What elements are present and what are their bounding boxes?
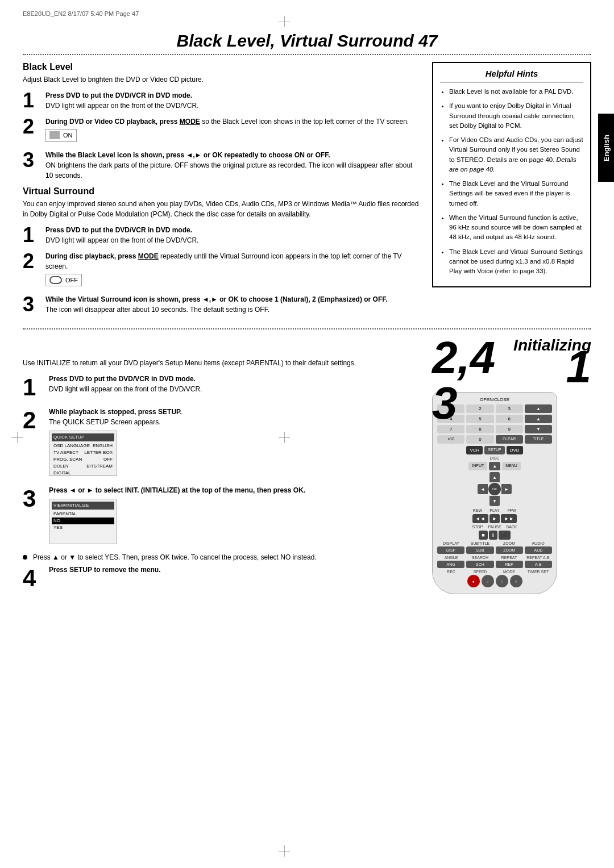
- big-number-24: 2,4: [432, 335, 495, 381]
- main-content: Black Level, Virtual Surround 47 Black L…: [23, 31, 591, 598]
- bl-icon-label: ON: [63, 131, 73, 140]
- init-step-1-bold: Press DVD to put the DVD/VCR in DVD mode…: [49, 374, 423, 384]
- remote-btn-timerset[interactable]: ○: [510, 575, 522, 587]
- helpful-hints-box: Helpful Hints Black Level is not availab…: [432, 62, 591, 287]
- repeat-ab-label: REPEAT A-B: [524, 556, 552, 560]
- vs-step-3: 3 While the Virtual Surround icon is sho…: [23, 294, 421, 315]
- init-step-3-number: 3: [23, 485, 43, 512]
- remote-btn-play[interactable]: ►: [489, 514, 500, 523]
- init-divider: [23, 328, 591, 329]
- remote-label-row2: ANGLE SEARCH REPEAT REPEAT A-B: [437, 556, 552, 560]
- remote-btn-rew[interactable]: ◄◄: [472, 514, 488, 523]
- vs-step-2: 2 During disc playback, press MODE repea…: [23, 251, 421, 289]
- screen-quick-setup: QUICK SETUP OSD LANGUAGEENGLISH TV ASPEC…: [49, 431, 117, 476]
- remote-btn-angle[interactable]: ANG: [437, 561, 464, 568]
- bl-step-3-text: ON brightens the dark parts of the pictu…: [45, 160, 421, 181]
- vs-icon-label: OFF: [65, 276, 78, 285]
- remote-btn-clear[interactable]: CLEAR: [496, 435, 523, 444]
- screen1-row3: PROG. SCANOFF: [52, 456, 114, 463]
- pause-label: PAUSE: [487, 525, 503, 529]
- remote-transport-bottom: ■ II ⬛: [437, 531, 552, 540]
- init-step-1-content: Press DVD to put the DVD/VCR in DVD mode…: [49, 374, 423, 394]
- remote-btn-tracking-down[interactable]: ▼: [525, 425, 552, 433]
- vs-step-2-bold: During disc playback, press MODE repeate…: [45, 251, 421, 272]
- remote-btn-stop[interactable]: ■: [479, 531, 487, 540]
- remote-btn-setup[interactable]: SETUP: [484, 446, 504, 454]
- remote-btn-8[interactable]: 8: [466, 425, 493, 433]
- remote-btn-x10[interactable]: ×10: [437, 435, 464, 444]
- remote-label-row3: REC SPEED MODE TIMER SET: [437, 570, 552, 574]
- remote-btn-0[interactable]: 0: [466, 435, 493, 444]
- remote-dpad-right[interactable]: ►: [501, 484, 512, 494]
- remote-btn-vcr[interactable]: VCR: [466, 446, 483, 454]
- remote-btn-title[interactable]: TITLE: [525, 435, 552, 444]
- remote-btn-speed[interactable]: ○: [482, 575, 494, 587]
- bl-step-3-number: 3: [23, 150, 40, 170]
- vs-heading: Virtual Surround: [23, 186, 421, 197]
- init-step-3-bold: Press ◄ or ► to select INIT. (INITIALIZE…: [49, 485, 423, 495]
- remote-bottom-grid2: ANG SCH REP A-B: [437, 561, 552, 568]
- crosshair-left-mid: [11, 432, 23, 443]
- bl-step-3-content: While the Black Level icon is shown, pre…: [45, 150, 421, 181]
- remote-btn-rec[interactable]: ●: [467, 575, 480, 587]
- remote-bottom-circles: ● ○ ○ ○: [437, 575, 552, 587]
- remote-dpad-left[interactable]: ◄: [478, 484, 488, 494]
- remote-btn-dpad-up[interactable]: ▲: [489, 462, 500, 470]
- init-step-4-bold: Press SETUP to remove the menu.: [49, 565, 423, 575]
- bl-step-2: 2 During DVD or Video CD playback, press…: [23, 116, 421, 144]
- init-step-4: 4 Press SETUP to remove the menu.: [23, 565, 423, 592]
- remote-btn-9[interactable]: 9: [496, 425, 523, 433]
- black-level-desc: Adjust Black Level to brighten the DVD o…: [23, 74, 421, 85]
- remote-dpad-up[interactable]: ▲: [489, 472, 500, 482]
- initializing-section: Initializing Use INITIALIZE to return al…: [23, 328, 591, 598]
- remote-btn-mode[interactable]: ○: [496, 575, 508, 587]
- bl-icon-img: [49, 131, 60, 139]
- vs-step-1: 1 Press DVD to put the DVD/VCR in DVD mo…: [23, 225, 421, 245]
- speed-label: SPEED: [466, 570, 494, 574]
- init-step-1-number: 1: [23, 374, 43, 401]
- remote-btn-repeat[interactable]: REP: [496, 561, 523, 568]
- remote-btn-6[interactable]: 6: [496, 415, 523, 423]
- subtitle-label: SUBTITLE: [466, 541, 494, 545]
- remote-btn-tracking-up[interactable]: ▲: [525, 415, 552, 423]
- remote-btn-dvd[interactable]: DVD: [507, 446, 523, 454]
- remote-btn-zoom[interactable]: ZOOM: [496, 546, 523, 554]
- hint-item-3: For Video CDs and Audio CDs, you can adj…: [449, 135, 583, 174]
- init-step-4-content: Press SETUP to remove the menu.: [49, 565, 423, 575]
- remote-btn-subtitle[interactable]: SUB: [466, 546, 493, 554]
- remote-btn-ffw[interactable]: ►►: [501, 514, 517, 523]
- screen-initialize: VIEW/INITIALIZE PARENTAL NO YES: [49, 499, 117, 544]
- init-left: Use INITIALIZE to return all your DVD pl…: [23, 358, 423, 598]
- zoom-label: ZOOM: [495, 541, 523, 545]
- remote-btn-back[interactable]: ⬛: [499, 531, 511, 540]
- bl-step-3-bold: While the Black Level icon is shown, pre…: [45, 150, 421, 160]
- remote-btn-audio[interactable]: AUD: [525, 546, 552, 554]
- crosshair-bottom: [279, 845, 290, 857]
- helpful-hints-title: Helpful Hints: [440, 69, 583, 82]
- init-step-2-content: While playback is stopped, press SETUP. …: [49, 407, 423, 479]
- remote-btn-display[interactable]: DISP: [437, 546, 464, 554]
- remote-btn-pause[interactable]: II: [489, 531, 497, 540]
- stop-label: STOP: [470, 525, 486, 529]
- bl-step-2-bold: During DVD or Video CD playback, press M…: [45, 116, 421, 127]
- remote-btn-search[interactable]: SCH: [466, 561, 493, 568]
- display-label: DISPLAY: [437, 541, 465, 545]
- remote-btn-ab[interactable]: A-B: [525, 561, 552, 568]
- hint-item-6: The Black Level and Virtual Surround Set…: [449, 247, 583, 277]
- remote-dpad-down[interactable]: ▼: [489, 496, 500, 506]
- vs-step-3-number: 3: [23, 294, 40, 315]
- initializing-title: Initializing: [23, 336, 591, 354]
- remote-vcr-row: VCR SETUP DVD: [437, 446, 552, 454]
- screen1-header: QUICK SETUP: [52, 433, 114, 441]
- remote-disc-label-row: DISC: [437, 456, 552, 460]
- vs-step-1-bold: Press DVD to put the DVD/VCR in DVD mode…: [45, 225, 421, 235]
- remote-btn-open[interactable]: ▲: [525, 404, 552, 413]
- remote-dpad-ok[interactable]: OK: [488, 483, 501, 495]
- remote-btn-3[interactable]: 3: [496, 404, 523, 413]
- play-label: PLAY: [487, 508, 503, 512]
- screen2-row1: PARENTAL: [52, 511, 114, 518]
- screen2-row3: YES: [52, 524, 114, 531]
- init-step-1-text: DVD light will appear on the front of th…: [49, 384, 423, 394]
- remote-btn-input[interactable]: INPUT: [468, 462, 487, 470]
- remote-btn-menu[interactable]: MENU: [502, 462, 521, 470]
